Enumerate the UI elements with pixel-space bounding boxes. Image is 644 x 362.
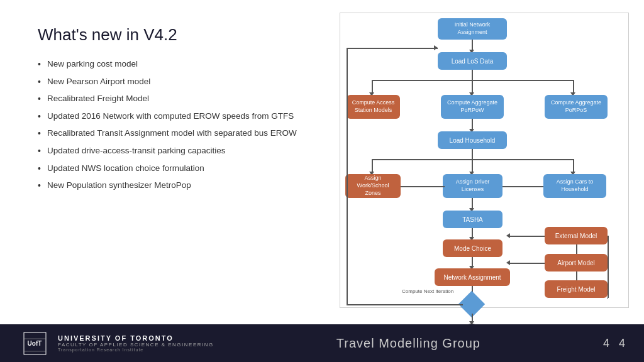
svg-text:UofT: UofT bbox=[27, 340, 42, 347]
list-item: Recalibrated Transit Assignment model wi… bbox=[38, 128, 308, 140]
list-item: Updated NWS location choice formulation bbox=[38, 163, 308, 175]
flowchart: Initial Network Assignment Load LoS Data bbox=[340, 13, 629, 308]
list-item: New Pearson Airport model bbox=[38, 76, 308, 89]
footer-left: UofT UNIVERSITY OF TORONTO FACULTY OF AP… bbox=[19, 331, 214, 356]
university-crest-icon: UofT bbox=[21, 329, 49, 358]
node-airport-model: Airport Model bbox=[545, 254, 608, 272]
node-assign-cars: Assign Cars to Household bbox=[543, 174, 606, 198]
iteration-label: Compute Next Iteration bbox=[402, 288, 453, 294]
node-loadlos: Load LoS Data bbox=[438, 52, 507, 70]
dept-name: Transportation Research Institute bbox=[58, 348, 214, 352]
node-compute-pos: Compute Aggregate PoRPoS bbox=[545, 95, 608, 119]
footer-group-name: Travel Modelling Group bbox=[336, 336, 480, 351]
university-name: UNIVERSITY OF TORONTO bbox=[58, 334, 214, 342]
node-assign-driver: Assign Driver Licenses bbox=[443, 174, 502, 198]
node-mode-choice: Mode Choice bbox=[443, 239, 502, 257]
node-load-household: Load Household bbox=[438, 131, 507, 149]
faculty-name: FACULTY OF APPLIED SCIENCE & ENGINEERING bbox=[58, 342, 214, 348]
node-freight-model: Freight Model bbox=[545, 280, 608, 298]
right-panel: Initial Network Assignment Load LoS Data bbox=[333, 0, 644, 324]
left-panel: What's new in V4.2 New parking cost mode… bbox=[0, 0, 333, 324]
node-network-assignment: Network Assignment bbox=[435, 268, 510, 286]
node-external-model: External Model bbox=[545, 227, 608, 244]
node-compute-pow: Compute Aggregate PoRPoW bbox=[441, 95, 504, 119]
node-compute-access: Compute Access Station Models bbox=[347, 95, 400, 119]
footer: UofT UNIVERSITY OF TORONTO FACULTY OF AP… bbox=[0, 324, 644, 362]
footer-page-number: 4 4 bbox=[603, 337, 625, 350]
slide-title: What's new in V4.2 bbox=[38, 25, 308, 45]
list-item: Updated drive-access-transit parking cap… bbox=[38, 145, 308, 158]
list-item: New parking cost model bbox=[38, 58, 308, 71]
list-item: Updated 2016 Network with computed EROW … bbox=[38, 111, 308, 123]
list-item: New Population synthesizer MetroPop bbox=[38, 180, 308, 192]
bullet-list: New parking cost model New Pearson Airpo… bbox=[38, 58, 308, 192]
node-initial: Initial Network Assignment bbox=[438, 18, 507, 40]
node-tasha: TASHA bbox=[443, 211, 502, 228]
footer-text: UNIVERSITY OF TORONTO FACULTY OF APPLIED… bbox=[58, 334, 214, 352]
uoft-logo: UofT bbox=[19, 331, 50, 356]
node-assign-work: Assign Work/School Zones bbox=[345, 174, 401, 198]
list-item: Recalibrated Freight Model bbox=[38, 93, 308, 106]
